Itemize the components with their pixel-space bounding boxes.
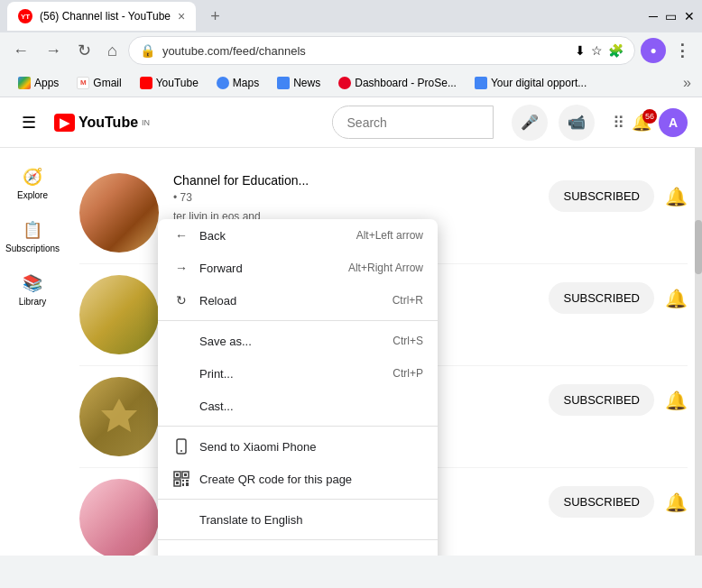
reload-button[interactable]: ↻ (72, 37, 97, 64)
context-menu-cast[interactable]: Cast... (158, 390, 438, 422)
bookmark-gmail[interactable]: M Gmail (69, 73, 128, 93)
back-button[interactable]: ← (7, 38, 34, 64)
ctx-left: Create QR code for this page (172, 470, 352, 488)
address-bar-row: ← → ↻ ⌂ 🔒 youtube.com/feed/channels ⬇ ☆ … (0, 32, 702, 69)
home-button[interactable]: ⌂ (102, 38, 123, 64)
bookmark-star-icon[interactable]: ☆ (591, 43, 603, 58)
context-menu-back[interactable]: ← Back Alt+Left arrow (158, 219, 438, 252)
subscribed-button[interactable]: SUBSCRIBED (549, 282, 654, 314)
notifications-button[interactable]: 🔔 56 (632, 113, 651, 133)
mic-button[interactable]: 🎤 (512, 105, 548, 141)
context-menu-saveas[interactable]: Save as... Ctrl+S (158, 325, 438, 357)
yt-logo-icon: ▶ (54, 114, 75, 132)
sidebar-item-subscriptions[interactable]: 📋 Subscriptions (4, 211, 61, 261)
bell-icon[interactable]: 🔔 (665, 288, 688, 309)
subscribed-button[interactable]: SUBSCRIBED (549, 180, 654, 212)
subscription-actions: SUBSCRIBED 🔔 (549, 479, 688, 518)
more-bookmarks[interactable]: » (683, 75, 691, 91)
gmail-favicon: M (77, 77, 89, 89)
svg-rect-11 (186, 482, 189, 486)
user-avatar[interactable]: A (659, 108, 688, 137)
yt-header: ☰ ▶ YouTubeIN 🔍 🎤 📹 ⠿ 🔔 56 A (0, 97, 702, 148)
bookmark-yt-label: YouTube (156, 77, 199, 89)
context-menu-forward[interactable]: → Forward Alt+Right Arrow (158, 252, 438, 284)
ctx-left: → Forward (172, 259, 243, 277)
bookmark-news[interactable]: News (270, 73, 328, 93)
bookmark-dashboard[interactable]: Dashboard - ProSe... (331, 73, 464, 93)
title-bar: YT (56) Channel list - YouTube × + ─ ▭ ✕ (0, 0, 702, 32)
new-tab-button[interactable]: + (203, 4, 227, 30)
context-menu-translate[interactable]: Translate to English (158, 503, 438, 536)
minimize-button[interactable]: ─ (649, 9, 658, 23)
ctx-saveas-label: Save as... (199, 335, 252, 348)
header-right: ⠿ 🔔 56 A (613, 108, 688, 137)
search-bar[interactable]: 🔍 (332, 106, 494, 139)
ctx-left: View page source (172, 551, 292, 556)
profile-icon[interactable]: ● (641, 38, 666, 63)
ctx-reload-label: Reload (199, 294, 236, 308)
svg-point-1 (180, 450, 182, 452)
context-menu-print[interactable]: Print... Ctrl+P (158, 357, 438, 390)
extension-icon[interactable]: 🧩 (608, 43, 623, 58)
svg-rect-5 (184, 473, 187, 476)
sidebar-item-explore[interactable]: 🧭 Explore (4, 158, 61, 207)
print-icon (172, 364, 190, 382)
bell-icon[interactable]: 🔔 (665, 186, 688, 207)
maximize-button[interactable]: ▭ (665, 9, 677, 23)
channel-thumbnail (79, 173, 159, 253)
hamburger-menu[interactable]: ☰ (14, 106, 43, 140)
bookmark-maps[interactable]: Maps (209, 73, 266, 93)
apps-grid-icon[interactable]: ⠿ (613, 113, 624, 133)
subscription-actions: SUBSCRIBED 🔔 (549, 275, 688, 314)
subscribed-button[interactable]: SUBSCRIBED (549, 384, 654, 416)
context-menu-viewsource[interactable]: View page source Ctrl+U (158, 544, 438, 556)
translate-icon (172, 510, 190, 528)
context-menu-sendto[interactable]: Send to Xiaomi Phone (158, 430, 438, 463)
scrollbar-thumb[interactable] (695, 220, 702, 274)
bookmark-google-label: Your digital opport... (491, 77, 587, 89)
yt-logo[interactable]: ▶ YouTubeIN (54, 114, 150, 132)
bookmark-apps[interactable]: Apps (11, 73, 66, 93)
context-menu-reload[interactable]: ↻ Reload Ctrl+R (158, 284, 438, 317)
search-input[interactable] (333, 108, 494, 137)
ctx-divider-2 (158, 426, 438, 427)
bell-icon[interactable]: 🔔 (665, 492, 688, 513)
qr-icon (172, 470, 190, 488)
active-tab[interactable]: YT (56) Channel list - YouTube × (7, 2, 196, 31)
bookmark-youtube[interactable]: YouTube (133, 73, 206, 93)
notification-badge: 56 (642, 109, 657, 124)
sidebar: 🏠 Home 🧭 Explore 📋 Subscriptions 📚 Libra… (0, 97, 65, 556)
bookmarks-bar: Apps M Gmail YouTube Maps News Dashboard… (0, 69, 702, 97)
context-menu-qrcode[interactable]: Create QR code for this page (158, 463, 438, 495)
ctx-divider-3 (158, 499, 438, 500)
subscribed-button[interactable]: SUBSCRIBED (549, 486, 654, 518)
svg-rect-3 (176, 473, 179, 476)
channel-thumbnail (79, 275, 159, 354)
maps-favicon (217, 77, 229, 89)
bookmark-news-label: News (293, 77, 320, 89)
close-window-button[interactable]: ✕ (684, 9, 695, 23)
ctx-back-shortcut: Alt+Left arrow (356, 229, 423, 242)
dashboard-favicon (338, 77, 351, 89)
scrollbar[interactable] (695, 148, 702, 556)
forward-button[interactable]: → (40, 38, 67, 64)
ctx-left: Cast... (172, 397, 234, 415)
sidebar-subscriptions-label: Subscriptions (5, 243, 60, 253)
tab-close-button[interactable]: × (178, 9, 185, 23)
bookmark-gmail-label: Gmail (93, 77, 121, 89)
context-menu: ← Back Alt+Left arrow → Forward Alt+Righ… (158, 219, 438, 556)
video-create-button[interactable]: 📹 (559, 105, 595, 141)
bookmark-google[interactable]: Your digital opport... (467, 73, 594, 93)
bell-icon[interactable]: 🔔 (665, 390, 688, 411)
sidebar-item-library[interactable]: 📚 Library (4, 264, 61, 314)
google-favicon (475, 77, 487, 89)
more-options-icon[interactable]: ⋮ (670, 38, 695, 63)
address-bar[interactable]: 🔒 youtube.com/feed/channels ⬇ ☆ 🧩 (128, 36, 635, 65)
tab-favicon: YT (18, 9, 32, 23)
ctx-left: ← Back (172, 226, 226, 244)
download-icon[interactable]: ⬇ (575, 43, 586, 58)
tab-title: (56) Channel list - YouTube (40, 10, 171, 23)
ctx-left: ↻ Reload (172, 291, 236, 309)
channel-thumbnail (79, 479, 159, 556)
svg-rect-10 (182, 483, 184, 486)
